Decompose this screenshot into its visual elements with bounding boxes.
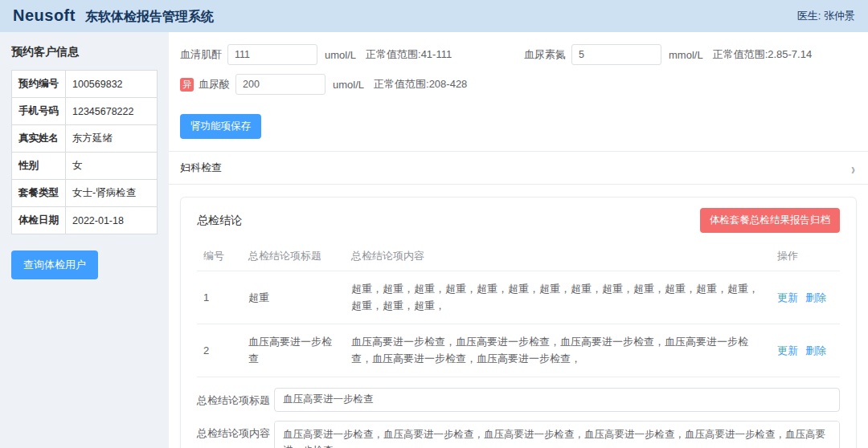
column-header-title: 总检结论项标题 [242, 242, 345, 271]
field-value: 12345678222 [66, 98, 158, 125]
sidebar-title: 预约客户信息 [11, 45, 158, 59]
brand-logo: Neusoft [13, 6, 76, 25]
field-label: 血尿酸 [199, 77, 230, 92]
unit-label: umol/L [325, 49, 356, 61]
field-label: 预约编号 [12, 71, 66, 98]
unit-label: mmol/L [669, 49, 703, 61]
field-value: 东方延绪 [66, 125, 158, 153]
gynecology-collapse-header[interactable]: 妇科检查 › [169, 151, 868, 185]
customer-info-sidebar: 预约客户信息 预约编号 100569832 手机号码 12345678222 真… [0, 32, 169, 448]
field-label: 性别 [12, 153, 66, 180]
conclusion-content-textarea[interactable]: 血压高要进一步检查，血压高要进一步检查，血压高要进一步检查，血压高要进一步检查，… [274, 421, 840, 448]
update-link[interactable]: 更新 [777, 291, 798, 303]
customer-info-table: 预约编号 100569832 手机号码 12345678222 真实姓名 东方延… [11, 70, 158, 234]
conclusion-title: 总检结论 [197, 214, 242, 228]
table-row: 2 血压高要进一步检查 血压高要进一步检查，血压高要进一步检查，血压高要进一步检… [197, 324, 840, 377]
unit-label: umol/L [333, 79, 364, 91]
field-label: 手机号码 [12, 98, 66, 125]
column-header-id: 编号 [197, 242, 242, 271]
doctor-label: 医生: 张仲景 [797, 9, 855, 23]
conclusion-card: 总检结论 体检套餐总检结果报告归档 编号 总检结论项标题 总检结论项内容 操作 [180, 197, 857, 448]
update-link[interactable]: 更新 [777, 344, 798, 356]
table-row: 套餐类型 女士-肾病检查 [12, 180, 158, 207]
field-value: 女 [66, 153, 158, 180]
field-label: 体检日期 [12, 207, 66, 234]
field-value: 100569832 [66, 71, 158, 98]
row-title: 超重 [242, 271, 345, 324]
conclusion-content-label: 总检结论项内容 [197, 421, 274, 441]
table-row: 性别 女 [12, 153, 158, 180]
conclusion-title-input[interactable] [274, 388, 840, 412]
field-label: 血清肌酐 [180, 47, 222, 62]
table-row: 1 超重 超重，超重，超重，超重，超重，超重，超重，超重，超重，超重，超重，超重… [197, 271, 840, 324]
field-value: 女士-肾病检查 [66, 180, 158, 207]
app-header: Neusoft 东软体检报告管理系统 医生: 张仲景 [0, 0, 868, 32]
delete-link[interactable]: 删除 [805, 344, 826, 356]
conclusion-card-header: 总检结论 体检套餐总检结果报告归档 [181, 198, 856, 242]
field-value: 2022-01-18 [66, 207, 158, 234]
table-row: 预约编号 100569832 [12, 71, 158, 98]
blood-urea-nitrogen-field: 血尿素氮 mmol/L 正常值范围:2.85-7.14 [524, 44, 812, 65]
serum-creatinine-field: 血清肌酐 umol/L 正常值范围:41-111 [180, 44, 524, 65]
column-header-action: 操作 [771, 242, 840, 271]
conclusion-title-label: 总检结论项标题 [197, 388, 274, 408]
field-label: 血尿素氮 [524, 47, 566, 62]
normal-range-label: 正常值范围:41-111 [366, 47, 452, 62]
row-content: 血压高要进一步检查，血压高要进一步检查，血压高要进一步检查，血压高要进一步检查，… [345, 324, 771, 377]
table-row: 真实姓名 东方延绪 [12, 125, 158, 153]
table-row: 手机号码 12345678222 [12, 98, 158, 125]
row-id: 2 [197, 324, 242, 377]
row-content: 超重，超重，超重，超重，超重，超重，超重，超重，超重，超重，超重，超重，超重，超… [345, 271, 771, 324]
conclusion-card-body: 编号 总检结论项标题 总检结论项内容 操作 1 超重 超重，超重，超重，超重，超… [181, 242, 856, 448]
app-title: 东软体检报告管理系统 [85, 9, 214, 26]
row-id: 1 [197, 271, 242, 324]
query-user-button[interactable]: 查询体检用户 [11, 250, 98, 279]
kidney-save-button[interactable]: 肾功能项保存 [180, 114, 261, 139]
blood-urea-nitrogen-input[interactable] [571, 44, 661, 65]
abnormal-badge: 异 [180, 78, 194, 92]
row-title: 血压高要进一步检查 [242, 324, 345, 377]
delete-link[interactable]: 删除 [805, 291, 826, 303]
brand-area: Neusoft 东软体检报告管理系统 [13, 6, 214, 26]
column-header-content: 总检结论项内容 [345, 242, 771, 271]
table-header-row: 编号 总检结论项标题 总检结论项内容 操作 [197, 242, 840, 271]
collapse-title: 妇科检查 [180, 161, 222, 175]
field-label: 真实姓名 [12, 125, 66, 153]
archive-report-button[interactable]: 体检套餐总检结果报告归档 [700, 208, 840, 233]
field-label: 套餐类型 [12, 180, 66, 207]
chevron-right-icon: › [851, 159, 855, 177]
conclusion-table: 编号 总检结论项标题 总检结论项内容 操作 1 超重 超重，超重，超重，超重，超… [197, 242, 840, 377]
kidney-function-section: 血清肌酐 umol/L 正常值范围:41-111 血尿素氮 mmol/L 正常值… [169, 32, 868, 151]
table-row: 体检日期 2022-01-18 [12, 207, 158, 234]
serum-creatinine-input[interactable] [227, 44, 317, 65]
normal-range-label: 正常值范围:2.85-7.14 [713, 47, 813, 62]
blood-uric-acid-field: 异 血尿酸 umol/L 正常值范围:208-428 [180, 74, 467, 95]
blood-uric-acid-input[interactable] [235, 74, 326, 95]
normal-range-label: 正常值范围:208-428 [374, 77, 467, 92]
conclusion-form: 总检结论项标题 总检结论项内容 血压高要进一步检查，血压高要进一步检查，血压高要… [197, 388, 840, 448]
main-content: 血清肌酐 umol/L 正常值范围:41-111 血尿素氮 mmol/L 正常值… [169, 32, 868, 448]
